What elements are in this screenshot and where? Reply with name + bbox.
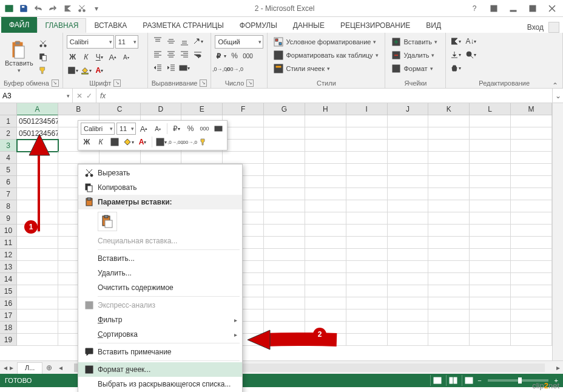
- cell-I6[interactable]: [346, 176, 388, 188]
- cell-L12[interactable]: [470, 249, 511, 261]
- mini-border-button[interactable]: ▾: [155, 136, 167, 148]
- column-header-A[interactable]: A: [17, 103, 58, 115]
- cell-I12[interactable]: [346, 249, 388, 261]
- cell-H1[interactable]: [305, 115, 346, 127]
- cut-icon[interactable]: [75, 2, 89, 15]
- cell-H6[interactable]: [305, 176, 346, 188]
- cell-A5[interactable]: [17, 164, 58, 176]
- cell-G18[interactable]: [264, 322, 305, 334]
- cell-K17[interactable]: [428, 309, 470, 322]
- cell-K2[interactable]: [428, 127, 470, 140]
- cut-button[interactable]: [37, 38, 49, 50]
- column-header-C[interactable]: C: [99, 103, 141, 115]
- signin-link[interactable]: Вход: [527, 23, 544, 32]
- cell-J15[interactable]: [388, 285, 429, 297]
- cell-H8[interactable]: [305, 200, 346, 212]
- cell-M4[interactable]: [511, 152, 552, 164]
- cell-J8[interactable]: [388, 200, 429, 212]
- ctx-cut[interactable]: Вырезать: [78, 166, 242, 180]
- cell-A16[interactable]: [17, 297, 58, 309]
- cell-J19[interactable]: [388, 334, 429, 346]
- column-header-B[interactable]: B: [58, 103, 99, 115]
- cell-G19[interactable]: [264, 334, 305, 346]
- find-select-button[interactable]: ▾: [463, 49, 479, 61]
- tab-insert[interactable]: ВСТАВКА: [86, 18, 135, 33]
- column-header-M[interactable]: M: [511, 103, 552, 115]
- copy-button[interactable]: [37, 51, 49, 63]
- percent-button[interactable]: %: [228, 50, 240, 62]
- sheet-nav-first-icon[interactable]: ◂: [4, 363, 7, 372]
- page-break-view-icon[interactable]: [462, 375, 475, 386]
- align-bottom-button[interactable]: [178, 35, 190, 47]
- format-as-table-button[interactable]: Форматировать как таблицу▾: [271, 49, 381, 62]
- cell-L18[interactable]: [470, 322, 511, 334]
- fx-icon[interactable]: fx: [96, 89, 109, 103]
- cell-G10[interactable]: [264, 225, 305, 237]
- cell-K10[interactable]: [428, 225, 470, 237]
- borders-button[interactable]: ▾: [67, 64, 79, 76]
- ctx-copy[interactable]: Копировать: [78, 180, 242, 195]
- cell-J6[interactable]: [388, 176, 429, 188]
- cell-J3[interactable]: [388, 140, 429, 152]
- cell-H12[interactable]: [305, 249, 346, 261]
- cell-A2[interactable]: 0501234567: [17, 127, 58, 140]
- cell-J16[interactable]: [388, 297, 429, 309]
- cell-I15[interactable]: [346, 285, 388, 297]
- cell-K13[interactable]: [428, 261, 470, 273]
- column-header-H[interactable]: H: [305, 103, 346, 115]
- cell-I2[interactable]: [346, 127, 388, 140]
- cell-K19[interactable]: [428, 334, 470, 346]
- close-icon[interactable]: [544, 2, 561, 15]
- column-header-K[interactable]: K: [428, 103, 470, 115]
- align-right-button[interactable]: [178, 49, 190, 61]
- cell-G14[interactable]: [264, 273, 305, 285]
- cell-M17[interactable]: [511, 309, 552, 322]
- cell-G11[interactable]: [264, 237, 305, 249]
- cell-G16[interactable]: [264, 297, 305, 309]
- cell-K6[interactable]: [428, 176, 470, 188]
- mini-font-color-button[interactable]: A▾: [137, 136, 149, 148]
- cell-L10[interactable]: [470, 225, 511, 237]
- mini-borders-button[interactable]: [109, 136, 121, 148]
- cell-M16[interactable]: [511, 297, 552, 309]
- select-all-corner[interactable]: [0, 103, 17, 115]
- cell-A11[interactable]: [17, 237, 58, 249]
- mini-fill-button[interactable]: ▾: [123, 136, 135, 148]
- cell-A13[interactable]: [17, 261, 58, 273]
- cell-J10[interactable]: [388, 225, 429, 237]
- cell-I17[interactable]: [346, 309, 388, 322]
- cell-L16[interactable]: [470, 297, 511, 309]
- name-box-dropdown-icon[interactable]: ▾: [67, 93, 70, 99]
- cell-F2[interactable]: [223, 127, 264, 140]
- cell-A18[interactable]: [17, 322, 58, 334]
- cell-M12[interactable]: [511, 249, 552, 261]
- cell-J7[interactable]: [388, 188, 429, 200]
- zoom-out-icon[interactable]: −: [477, 377, 481, 384]
- decrease-decimal-button[interactable]: ,00→,0: [228, 63, 240, 75]
- tab-file[interactable]: ФАЙЛ: [1, 17, 37, 33]
- orientation-button[interactable]: ▾: [192, 35, 204, 47]
- cell-L15[interactable]: [470, 285, 511, 297]
- accounting-format-button[interactable]: ₽▾: [215, 50, 227, 62]
- mini-grow-font-button[interactable]: A▴: [138, 123, 150, 135]
- cell-I3[interactable]: [346, 140, 388, 152]
- collapse-ribbon-icon[interactable]: ⌃: [550, 80, 561, 91]
- cell-I16[interactable]: [346, 297, 388, 309]
- cell-F4[interactable]: [223, 152, 264, 164]
- cell-J5[interactable]: [388, 164, 429, 176]
- cell-J9[interactable]: [388, 212, 429, 225]
- cell-L4[interactable]: [470, 152, 511, 164]
- cell-G17[interactable]: [264, 309, 305, 322]
- ctx-paste-option-button[interactable]: [98, 212, 117, 231]
- cell-J12[interactable]: [388, 249, 429, 261]
- alignment-launcher-icon[interactable]: ↘: [200, 79, 207, 87]
- cell-J14[interactable]: [388, 273, 429, 285]
- cell-H4[interactable]: [305, 152, 346, 164]
- maximize-icon[interactable]: [524, 2, 541, 15]
- redo-icon[interactable]: [46, 2, 59, 15]
- ctx-filter[interactable]: Фильтр ▸: [78, 313, 242, 327]
- font-name-combo[interactable]: Calibri▾: [67, 35, 114, 49]
- cell-H15[interactable]: [305, 285, 346, 297]
- mini-italic-button[interactable]: К: [95, 136, 107, 148]
- cell-G15[interactable]: [264, 285, 305, 297]
